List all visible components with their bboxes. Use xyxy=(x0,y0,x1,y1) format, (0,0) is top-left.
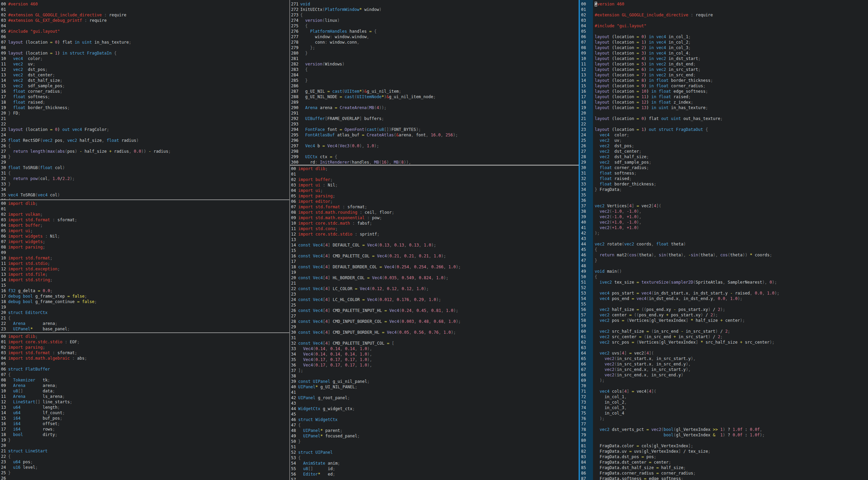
code-line[interactable]: 19} xyxy=(0,437,289,443)
code-line[interactable]: 23layout (location = 0) out vec4 FragCol… xyxy=(0,127,289,132)
code-line[interactable]: 41 vec2(+1.0, +1.0) xyxy=(580,225,868,230)
code-line[interactable]: 04 xyxy=(0,23,289,29)
code-line[interactable]: 08import parsing; xyxy=(0,244,289,250)
code-line[interactable]: 09 xyxy=(0,250,289,255)
code-line[interactable]: 03 xyxy=(580,18,868,23)
code-line[interactable]: 03import ui : Nil; xyxy=(290,182,579,188)
code-line[interactable]: 50} xyxy=(290,439,579,444)
code-line[interactable]: 10layout (location = 4) in vec2 in_dst_s… xyxy=(580,56,868,61)
code-line[interactable]: 293 xyxy=(290,121,579,127)
code-line[interactable]: 19layout (location = 13) in uint in_has_… xyxy=(580,105,868,110)
code-line[interactable]: 22 xyxy=(580,121,868,127)
code-line[interactable]: 285 } xyxy=(290,78,579,83)
code-line[interactable]: 38 xyxy=(290,373,579,379)
code-line[interactable]: 56 vec2 half_size = ((pos_end.xy - pos_s… xyxy=(580,307,868,312)
code-line[interactable]: 27 vec2 dst_center; xyxy=(580,149,868,154)
code-line[interactable]: 279 }; xyxy=(290,45,579,50)
code-line[interactable]: 21 xyxy=(290,281,579,286)
code-line[interactable]: 67 vec2(in_src_end.x, in_src_start.y), xyxy=(580,367,868,372)
code-line[interactable]: 11 Arena ls_arena; xyxy=(0,394,289,399)
left-top-pane[interactable]: 00#version 4600102#extension GL_GOOGLE_i… xyxy=(0,0,289,199)
code-line[interactable]: 26 xyxy=(0,476,289,480)
code-line[interactable]: 11 vec2 uv; xyxy=(0,61,289,67)
code-line[interactable]: 08 Tokenizer tk; xyxy=(0,377,289,383)
code-line[interactable]: 24 vec4 color; xyxy=(580,132,868,138)
code-line[interactable]: 23 xyxy=(290,291,579,297)
code-line[interactable]: 44WidgetCtx g_widget_ctx; xyxy=(290,406,579,411)
code-line[interactable]: 26const Vec4[4] CMD_PALETTE_INPUT_HL = V… xyxy=(290,308,579,313)
code-line[interactable]: 283 { xyxy=(290,67,579,72)
code-line[interactable]: 277 window: window.window, xyxy=(290,34,579,40)
code-line[interactable]: 15layout (location = 9) in float corner_… xyxy=(580,83,868,89)
code-line[interactable]: 76 ); xyxy=(580,416,868,421)
code-line[interactable]: 16layout (location = 10) in float edge_s… xyxy=(580,89,868,94)
code-line[interactable]: 24 xyxy=(0,132,289,138)
code-line[interactable]: 04import buffer; xyxy=(0,223,289,228)
code-line[interactable]: 28} xyxy=(0,154,289,160)
code-line[interactable]: 10import core.stdc.math : fabsf; xyxy=(290,221,579,226)
code-line[interactable]: 72 in_col_1, xyxy=(580,394,868,400)
code-line[interactable]: 26{ xyxy=(0,143,289,149)
code-line[interactable]: 22 xyxy=(0,121,289,127)
code-line[interactable]: 286 xyxy=(290,83,579,89)
code-line[interactable]: 82 FragData.uv = uvs[gl_VertexIndex] / t… xyxy=(580,449,868,454)
code-line[interactable]: 45{ xyxy=(580,247,868,252)
left-bottom-pane[interactable]: 00import dlib;01import core.stdc.stdio :… xyxy=(0,333,289,480)
code-line[interactable]: 11import std.stdio; xyxy=(0,261,289,266)
code-line[interactable]: 12layout (location = 6) in vec2 in_src_s… xyxy=(580,67,868,72)
code-line[interactable]: 02#extension GL_GOOGLE_include_directive… xyxy=(580,12,868,18)
code-line[interactable]: 27 return length(max(abs(pos) - half_siz… xyxy=(0,149,289,154)
code-line[interactable]: 07{ xyxy=(0,372,289,377)
code-line[interactable]: 26 vec2 dst_pos; xyxy=(580,143,868,149)
code-line[interactable]: 21layout (location = 0) flat out uint ou… xyxy=(580,116,868,121)
code-line[interactable]: 29 xyxy=(290,324,579,330)
code-line[interactable]: 18layout (location = 12) in float z_inde… xyxy=(580,100,868,105)
code-line[interactable]: 01 xyxy=(290,171,579,177)
left-middle-pane[interactable]: 00import dlib;0102import vulkan;03import… xyxy=(0,200,289,332)
code-line[interactable]: 38 vec2(-1.0, -1.0), xyxy=(580,209,868,214)
code-line[interactable]: 84 FragData.dst_center = center; xyxy=(580,460,868,465)
code-line[interactable]: 05 xyxy=(580,29,868,34)
code-line[interactable]: 80 xyxy=(580,438,868,443)
code-line[interactable]: 46 return mat2(cos(theta), sin(theta), -… xyxy=(580,252,868,258)
code-line[interactable]: 19 xyxy=(0,304,289,310)
code-line[interactable]: 02#extension GL_GOOGLE_include_directive… xyxy=(0,12,289,18)
code-line[interactable]: 56 Editor* ed; xyxy=(290,471,579,477)
code-line[interactable]: 275 { xyxy=(290,23,579,29)
code-line[interactable]: 15 xyxy=(290,248,579,253)
code-line[interactable]: 22 Arena arena; xyxy=(0,321,289,326)
code-line[interactable]: 52 xyxy=(580,285,868,290)
code-line[interactable]: 03import std.format : sformat; xyxy=(0,350,289,356)
code-line[interactable]: 28const Vec4[4] CMD_INPUT_BORDER_COL = V… xyxy=(290,319,579,324)
code-line[interactable]: 01 xyxy=(580,7,868,12)
code-line[interactable]: 294 FontFace font = OpenFont(cast(u8[])F… xyxy=(290,127,579,132)
code-line[interactable]: 14layout (location = 8) in float border_… xyxy=(580,78,868,83)
code-line[interactable]: 32 return pow(col, 1.0/2.2); xyxy=(0,176,289,181)
code-line[interactable]: 290 Arena arena = CreateArena(MB(4)); xyxy=(290,105,579,110)
code-line[interactable]: 17 xyxy=(290,259,579,264)
code-line[interactable]: 43 xyxy=(580,236,868,241)
code-line[interactable]: 63 xyxy=(580,345,868,350)
code-line[interactable]: 24const Vec4[4] LC_HL_COLOR = Vec4(0.012… xyxy=(290,297,579,302)
code-line[interactable]: 00import dlib; xyxy=(0,334,289,339)
code-line[interactable]: 06import widgets : Nil; xyxy=(0,234,289,239)
code-line[interactable]: 14const Vec4[4] DEFAULT_COL = Vec4(0.13,… xyxy=(290,242,579,248)
code-line[interactable]: 64 vec2 uvs[4] = vec2[4]( xyxy=(580,350,868,356)
code-line[interactable]: 22{ xyxy=(0,454,289,459)
code-line[interactable]: 36 xyxy=(580,198,868,203)
left-pane-divider-2[interactable] xyxy=(0,332,289,333)
code-line[interactable]: 51 xyxy=(290,444,579,450)
code-line[interactable]: 35 xyxy=(580,192,868,198)
code-line[interactable]: 05import ui; xyxy=(0,228,289,234)
code-line[interactable]: 16 float corner_radius; xyxy=(0,89,289,94)
code-line[interactable]: 287 g_UI_NIL = cast(UIItem*)&g_ui_nil_it… xyxy=(290,89,579,94)
left-pane-divider-1[interactable] xyxy=(0,199,289,200)
code-line[interactable]: 62 vec2 src_pos = (Vertices[gl_VertexInd… xyxy=(580,340,868,345)
code-line[interactable]: 34} FragData; xyxy=(580,187,868,192)
code-line[interactable]: 23layout (location = 1) out struct FragD… xyxy=(580,127,868,132)
code-line[interactable]: 04import std.math.algebraic : abs; xyxy=(0,356,289,361)
code-line[interactable]: 296 xyxy=(290,138,579,143)
code-line[interactable]: 81 FragData.color = cols[gl_VertexIndex]… xyxy=(580,443,868,449)
code-line[interactable]: 23 UIPanel* base_panel; xyxy=(0,326,289,332)
code-line[interactable]: 292 UIBuffer[FRAME_OVERLAP] buffers; xyxy=(290,116,579,121)
